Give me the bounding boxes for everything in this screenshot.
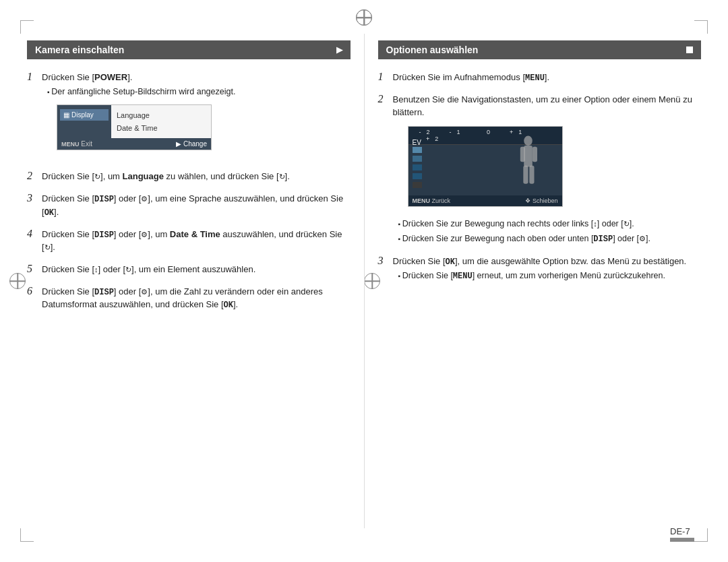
camera-ui-left-panel: ▦ Display [57, 105, 111, 138]
right-step-1-content: Drücken Sie im Aufnahmemodus [MENU]. [393, 71, 702, 84]
right-step-3-num: 3 [378, 255, 393, 267]
step-6-num: 6 [27, 285, 42, 297]
step-6-content: Drücken Sie [DISP] oder [⚙], um die Zahl… [42, 286, 351, 312]
step-2-text: Drücken Sie [↻], um Language zu wählen, … [42, 170, 351, 183]
left-section-title: Kamera einschalten [35, 44, 124, 55]
svg-rect-3 [532, 147, 537, 162]
step-3: 3 Drücken Sie [DISP] oder [⚙], um eine S… [27, 193, 351, 219]
right-step-2-text: Benutzen Sie die Navigationstasten, um z… [393, 94, 702, 119]
step-1-text: Drücken Sie [POWER]. [42, 71, 351, 84]
corner-crosshair-tl [20, 20, 34, 34]
left-section-header: Kamera einschalten ▶ [27, 40, 351, 59]
right-step-3-content: Drücken Sie [OK], um die ausgewählte Opt… [393, 255, 702, 283]
display-icon-symbol: ▦ [63, 111, 69, 119]
svg-rect-1 [524, 146, 533, 167]
right-step-2-sub1: Drücken Sie zur Bewegung nach rechts ode… [393, 218, 702, 230]
camera-ev-mockup: -2 -1 0 +1 +2 EV [408, 126, 563, 207]
step-2-num: 2 [27, 170, 42, 182]
page-container: Kamera einschalten ▶ 1 Drücken Sie [POWE… [27, 34, 701, 528]
left-section-arrow: ▶ [336, 45, 342, 55]
camera-ui-mockup: ▦ Display Language Date & Time MENU Exit… [57, 104, 212, 150]
right-step-3: 3 Drücken Sie [OK], um die ausgewählte O… [378, 255, 702, 283]
svg-rect-2 [520, 147, 524, 162]
footer-change: ▶ Change [176, 140, 207, 148]
page-number-area: DE-7 [670, 526, 694, 542]
step-1-sub: Der anfängliche Setup-Bildschirm wird an… [42, 86, 351, 98]
step-4-content: Drücken Sie [DISP] oder [⚙], um Date & T… [42, 228, 351, 254]
svg-rect-4 [523, 166, 528, 184]
menu-item-language: Language [117, 109, 206, 122]
menu-item-datetime: Date & Time [117, 122, 206, 135]
page-number-text: DE-7 [670, 526, 690, 536]
right-section-square: ■ [686, 46, 693, 53]
right-step-2-sub2: Drücken Sie zur Bewegung nach oben oder … [393, 232, 702, 245]
step-1-content: Drücken Sie [POWER]. Der anfängliche Set… [42, 71, 351, 161]
step-5-num: 5 [27, 263, 42, 275]
bottom-center-crosshair [356, 9, 372, 26]
display-icon: ▦ Display [60, 109, 109, 121]
step-5-content: Drücken Sie [↕] oder [↻], um ein Element… [42, 263, 351, 276]
step-1-num: 1 [27, 71, 42, 83]
ev-icons [413, 147, 422, 188]
right-step-1: 1 Drücken Sie im Aufnahmemodus [MENU]. [378, 71, 702, 84]
step-2: 2 Drücken Sie [↻], um Language zu wählen… [27, 170, 351, 183]
left-center-crosshair [9, 273, 26, 289]
page-num-bar [670, 538, 694, 542]
right-step-3-text: Drücken Sie [OK], um die ausgewählte Opt… [393, 255, 702, 268]
ev-icon-3 [413, 164, 422, 170]
right-step-1-num: 1 [378, 71, 393, 83]
ev-footer: MENU Zurück ❖ Schieben [408, 195, 562, 206]
camera-ui-footer: MENU Exit ▶ Change [57, 138, 211, 150]
step-4: 4 Drücken Sie [DISP] oder [⚙], um Date &… [27, 228, 351, 254]
ev-icon-4 [413, 173, 422, 179]
step-6-text: Drücken Sie [DISP] oder [⚙], um die Zahl… [42, 286, 351, 312]
camera-ui-right-panel: Language Date & Time [111, 105, 211, 138]
corner-crosshair-bl [20, 528, 34, 542]
right-column: Optionen auswählen ■ 1 Drücken Sie im Au… [364, 34, 702, 528]
step-3-num: 3 [27, 192, 42, 204]
right-section-header: Optionen auswählen ■ [378, 40, 702, 59]
right-step-2: 2 Benutzen Sie die Navigationstasten, um… [378, 94, 702, 245]
step-5: 5 Drücken Sie [↕] oder [↻], um ein Eleme… [27, 263, 351, 276]
ev-footer-move: ❖ Schieben [525, 197, 557, 204]
step-6: 6 Drücken Sie [DISP] oder [⚙], um die Za… [27, 286, 351, 312]
step-3-content: Drücken Sie [DISP] oder [⚙], um eine Spr… [42, 193, 351, 219]
step-4-text: Drücken Sie [DISP] oder [⚙], um Date & T… [42, 228, 351, 254]
footer-menu-exit: MENU Exit [61, 140, 92, 148]
svg-point-0 [524, 136, 533, 146]
right-step-3-sub: Drücken Sie [MENU] erneut, um zum vorher… [393, 270, 702, 282]
display-label: Display [71, 111, 94, 119]
ev-label: EV [413, 139, 421, 146]
ev-icon-1 [413, 147, 422, 153]
right-step-2-content: Benutzen Sie die Navigationstasten, um z… [393, 94, 702, 245]
step-1: 1 Drücken Sie [POWER]. Der anfängliche S… [27, 71, 351, 161]
ev-icon-5 [413, 182, 422, 188]
ev-footer-menu: MENU Zurück [413, 197, 451, 204]
left-column: Kamera einschalten ▶ 1 Drücken Sie [POWE… [27, 34, 364, 528]
step-5-text: Drücken Sie [↕] oder [↻], um ein Element… [42, 263, 351, 276]
corner-crosshair-tr [694, 20, 708, 34]
step-3-text: Drücken Sie [DISP] oder [⚙], um eine Spr… [42, 193, 351, 219]
right-step-1-text: Drücken Sie im Aufnahmemodus [MENU]. [393, 71, 702, 84]
svg-rect-5 [529, 166, 534, 184]
step-2-content: Drücken Sie [↻], um Language zu wählen, … [42, 170, 351, 183]
camera-figure-svg [505, 133, 545, 194]
right-section-title: Optionen auswählen [386, 44, 479, 55]
corner-crosshair-br [694, 528, 708, 542]
ev-icon-2 [413, 156, 422, 162]
right-step-2-num: 2 [378, 93, 393, 105]
step-4-num: 4 [27, 228, 42, 240]
